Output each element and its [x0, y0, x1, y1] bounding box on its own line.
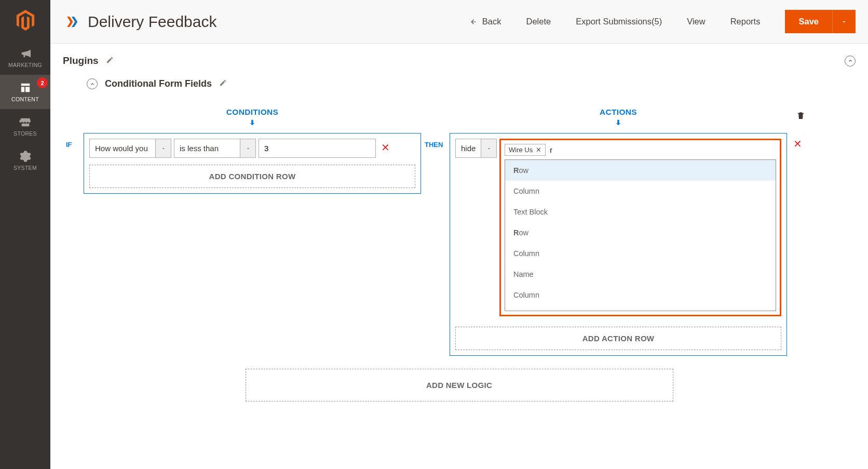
multiselect-search-input[interactable] [550, 144, 776, 156]
plugins-title: Plugins [63, 55, 99, 66]
content-area: Plugins Conditional Form Fields CONDITIO… [50, 44, 868, 469]
save-group: Save [785, 10, 856, 33]
subsection-header: Conditional Form Fields [87, 78, 856, 89]
page-brand: Delivery Feedback [63, 13, 216, 31]
condition-operator-select[interactable]: is less than [174, 139, 256, 158]
caret-down-icon [246, 146, 251, 151]
dropdown-option[interactable]: Row [505, 222, 776, 243]
edit-icon[interactable] [106, 55, 114, 66]
condition-field-value: How would you [95, 144, 155, 153]
arrow-down-icon [84, 119, 421, 128]
caret-down-icon [486, 146, 492, 151]
dropdown-option[interactable]: Name [505, 264, 776, 285]
back-button[interactable]: Back [469, 17, 501, 26]
multiselect-dropdown: Row Column Text Block Row Column Name Co… [505, 159, 776, 311]
chevron-up-icon [90, 82, 95, 87]
action-target-multiselect[interactable]: Wire Us ✕ Row Column Text Block Row Co [499, 139, 781, 316]
collapse-panel-button[interactable] [845, 56, 856, 66]
nav-content[interactable]: CONTENT 2 [0, 75, 50, 109]
select-caret[interactable] [481, 139, 496, 157]
plugins-panel-header: Plugins [63, 55, 856, 66]
remove-action-button[interactable]: ✕ [793, 138, 802, 150]
nav-label: CONTENT [11, 96, 39, 102]
conditions-box: IF How would you is less than ✕ A [84, 133, 421, 194]
save-dropdown[interactable] [832, 10, 856, 33]
chevron-up-icon [848, 58, 853, 63]
arrow-left-icon [469, 18, 478, 25]
gear-icon [19, 151, 32, 162]
delete-button[interactable]: Delete [526, 17, 551, 26]
back-label: Back [482, 17, 501, 26]
collapse-subsection-button[interactable] [87, 78, 98, 89]
nav-stores[interactable]: STORES [0, 109, 50, 143]
add-action-row-button[interactable]: ADD ACTION ROW [455, 327, 781, 350]
select-caret[interactable] [155, 139, 171, 157]
dropdown-option[interactable]: Column [505, 285, 776, 305]
action-row: hide Wire Us ✕ [455, 139, 781, 316]
header-actions: Back Delete Export Submissions(5) View R… [469, 10, 856, 33]
condition-field-select[interactable]: How would you [89, 139, 171, 158]
caret-down-icon [841, 19, 847, 25]
then-label: THEN [425, 141, 443, 149]
chip-remove-button[interactable]: ✕ [536, 146, 541, 154]
bullhorn-icon [19, 48, 32, 59]
magento-icon [16, 10, 35, 31]
conditions-column: CONDITIONS IF How would you is less than [84, 108, 421, 356]
dropdown-option[interactable]: Column [505, 243, 776, 264]
main-area: Delivery Feedback Back Delete Export Sub… [50, 0, 868, 469]
condition-value-input[interactable] [259, 139, 376, 158]
reports-button[interactable]: Reports [730, 17, 761, 26]
if-label: IF [66, 141, 72, 149]
page-title: Delivery Feedback [88, 13, 216, 31]
actions-box: THEN hide Wire Us ✕ [450, 133, 787, 356]
nav-system[interactable]: SYSTEM [0, 143, 50, 178]
chip-label: Wire Us [509, 146, 533, 154]
condition-operator-value: is less than [180, 144, 240, 153]
actions-column: ACTIONS THEN hide [450, 108, 787, 356]
view-button[interactable]: View [687, 17, 705, 26]
add-new-logic-button[interactable]: ADD NEW LOGIC [246, 369, 673, 401]
logic-columns: CONDITIONS IF How would you is less than [84, 108, 856, 356]
action-verb-value: hide [461, 144, 481, 153]
actions-heading: ACTIONS [450, 108, 787, 117]
nav-label: SYSTEM [13, 165, 37, 171]
notification-badge: 2 [37, 77, 48, 88]
condition-row: How would you is less than ✕ [89, 139, 415, 158]
trash-icon [796, 111, 805, 120]
caret-down-icon [161, 146, 166, 151]
admin-sidebar: MARKETING CONTENT 2 STORES SYSTEM [0, 0, 50, 469]
remove-condition-button[interactable]: ✕ [378, 139, 392, 153]
arrow-down-icon [450, 119, 787, 128]
export-button[interactable]: Export Submissions(5) [576, 17, 662, 26]
selected-chip: Wire Us ✕ [505, 144, 546, 156]
page-header: Delivery Feedback Back Delete Export Sub… [50, 0, 868, 44]
chips-row: Wire Us ✕ [505, 144, 776, 156]
pencil-icon [106, 56, 114, 64]
brand-icon [63, 14, 80, 30]
conditions-heading: CONDITIONS [84, 108, 421, 117]
storefront-icon [19, 116, 32, 128]
save-button[interactable]: Save [785, 10, 832, 33]
dropdown-option[interactable]: Text Block [505, 202, 776, 222]
add-condition-row-button[interactable]: ADD CONDITION ROW [89, 165, 415, 188]
pencil-icon [219, 79, 227, 87]
action-verb-select[interactable]: hide [455, 139, 497, 158]
nav-marketing[interactable]: MARKETING [0, 41, 50, 75]
delete-logic-button[interactable] [796, 111, 805, 123]
nav-label: MARKETING [8, 62, 42, 68]
subsection-title: Conditional Form Fields [105, 78, 212, 89]
dropdown-option[interactable]: Row [505, 160, 776, 181]
layout-icon [19, 82, 32, 93]
magento-logo[interactable] [0, 0, 50, 41]
edit-icon[interactable] [219, 78, 227, 89]
select-caret[interactable] [240, 139, 255, 157]
dropdown-option[interactable]: Column [505, 181, 776, 202]
nav-label: STORES [13, 130, 37, 137]
